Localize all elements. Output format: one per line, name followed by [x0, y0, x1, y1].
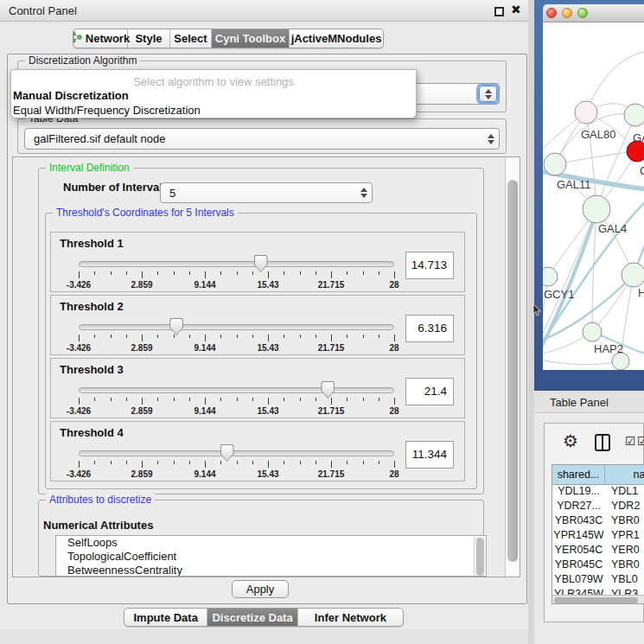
- bottom-strip: [0, 629, 534, 644]
- cell-shared-name: YBL079W: [552, 573, 605, 588]
- zoom-traffic-light-icon[interactable]: [577, 8, 588, 18]
- vertical-scrollbar[interactable]: [505, 157, 520, 577]
- table-row[interactable]: YPR145WYPR1: [552, 529, 644, 544]
- slider-tick-labels: -3.4262.8599.14415.4321.71528: [79, 343, 394, 354]
- table-data-value: galFiltered.sif default node: [34, 132, 165, 145]
- threshold-label: Threshold 4: [60, 426, 124, 439]
- slider-handle-icon[interactable]: [321, 381, 335, 399]
- attribute-item-selfloops[interactable]: SelfLoops: [56, 536, 486, 550]
- network-node-gcy1[interactable]: [543, 267, 558, 286]
- number-of-intervals-combobox[interactable]: 5: [160, 182, 373, 203]
- slider-tick-labels: -3.4262.8599.14415.4321.71528: [79, 280, 394, 290]
- slider-track[interactable]: [79, 387, 394, 393]
- list-scrollbar[interactable]: [474, 537, 485, 577]
- slider-ticks: [79, 335, 394, 342]
- settings-gear-icon[interactable]: ⚙: [563, 431, 578, 450]
- slider-track[interactable]: [79, 261, 394, 267]
- combo-focus-ring[interactable]: [479, 86, 497, 102]
- column-header-na[interactable]: na: [605, 465, 644, 484]
- tab-style[interactable]: Style: [128, 29, 170, 48]
- number-of-intervals-value: 5: [169, 187, 175, 200]
- slider-handle-icon[interactable]: [254, 255, 268, 272]
- column-header-shared-[interactable]: shared...: [552, 465, 605, 484]
- network-node-hap2[interactable]: [583, 322, 602, 341]
- network-node-gal4[interactable]: [583, 195, 610, 223]
- attribute-item-betweennesscentrality[interactable]: BetweennessCentrality: [56, 564, 486, 577]
- network-node-h[interactable]: [622, 263, 644, 287]
- threshold-value-field[interactable]: 14.713: [405, 252, 454, 279]
- tab-network[interactable]: Network: [73, 29, 128, 48]
- close-icon[interactable]: ✖: [511, 3, 521, 16]
- apply-button[interactable]: Apply: [232, 580, 289, 598]
- table-data-combobox[interactable]: galFiltered.sif default node: [24, 128, 500, 150]
- threshold-value-field[interactable]: 21.4: [405, 378, 454, 405]
- horizontal-scrollbar[interactable]: [552, 595, 644, 603]
- attribute-item-topologicalcoefficient[interactable]: TopologicalCoefficient: [56, 550, 486, 564]
- tab-label: Cyni Toolbox: [215, 32, 285, 45]
- tab-impute-data[interactable]: Impute Data: [124, 609, 207, 626]
- scrollbar-thumb[interactable]: [476, 538, 484, 576]
- numerical-attributes-list[interactable]: SelfLoopsTopologicalCoefficientBetweenne…: [55, 535, 487, 577]
- panel-divider: [528, 0, 534, 644]
- node-label: HAP2: [594, 342, 623, 355]
- network-node-gal80[interactable]: [575, 101, 597, 124]
- tab-discretize-data[interactable]: Discretize Data: [207, 609, 297, 626]
- network-icon: [73, 31, 82, 46]
- minimize-traffic-light-icon[interactable]: [562, 8, 572, 18]
- cell-name: YDL1: [605, 485, 644, 500]
- cell-shared-name: YPR145W: [552, 529, 605, 544]
- network-node-gal11[interactable]: [544, 153, 566, 175]
- table-row[interactable]: YBL079WYBL0: [552, 573, 644, 588]
- threshold-slider[interactable]: -3.4262.8599.14415.4321.71528: [79, 257, 394, 291]
- threshold-slider[interactable]: -3.4262.8599.14415.4321.71528: [79, 320, 394, 354]
- threshold-row-threshold-3: Threshold 3-3.4262.8599.14415.4321.71528…: [50, 358, 465, 418]
- algorithm-group-title: Discretization Algorithm: [25, 54, 140, 67]
- network-canvas[interactable]: GAL80GACGAL11GAL4GCY1HHAP2: [543, 22, 644, 370]
- slider-track[interactable]: [79, 450, 394, 456]
- tab-select[interactable]: Select: [170, 29, 212, 48]
- table-panel-inner: ⚙ ☑ ☑ shared...na YDL19...YDL1YDR27...YD…: [544, 423, 644, 622]
- threshold-slider[interactable]: -3.4262.8599.14415.4321.71528: [79, 383, 394, 418]
- column-layout-icon[interactable]: [595, 434, 610, 451]
- table-rows: YDL19...YDL1YDR27...YDR2YBR043CYBR0YPR14…: [552, 485, 644, 596]
- cell-name: YBL0: [605, 573, 644, 588]
- slider-handle-icon[interactable]: [169, 318, 183, 335]
- table-row[interactable]: YBR045CYBR0: [552, 558, 644, 573]
- threshold-label: Threshold 2: [60, 300, 124, 313]
- network-graph: GAL80GACGAL11GAL4GCY1HHAP2: [543, 22, 644, 370]
- cell-shared-name: YBR045C: [552, 558, 605, 573]
- slider-handle-face: [170, 319, 182, 335]
- checkbox-checked-icon[interactable]: ☑: [625, 434, 636, 448]
- table-panel-titlebar: Table Panel: [534, 391, 644, 413]
- network-node-ga[interactable]: [624, 104, 644, 126]
- threshold-value-field[interactable]: 6.316: [405, 315, 454, 342]
- slider-track[interactable]: [79, 324, 394, 330]
- network-node[interactable]: [612, 353, 629, 370]
- threshold-slider[interactable]: -3.4262.8599.14415.4321.71528: [79, 446, 394, 481]
- node-table[interactable]: shared...na YDL19...YDL1YDR27...YDR2YBR0…: [552, 464, 644, 604]
- scrollbar-thumb[interactable]: [507, 180, 518, 562]
- table-row[interactable]: YER054CYER0: [552, 544, 644, 558]
- scrollbar-thumb[interactable]: [554, 597, 638, 603]
- slider-handle-icon[interactable]: [220, 444, 234, 462]
- table-row[interactable]: YDR27...YDR2: [552, 500, 644, 514]
- popup-option-equal-width-frequency-discretization[interactable]: Equal Width/Frequency Discretization: [11, 103, 416, 118]
- spinner-arrows-icon: [360, 188, 367, 198]
- top-tab-bar: NetworkStyleSelectCyni ToolboxjActiveMNo…: [73, 29, 384, 48]
- slider-ticks: [79, 398, 394, 405]
- threshold-row-threshold-2: Threshold 2-3.4262.8599.14415.4321.71528…: [50, 295, 465, 355]
- popup-option-manual-discretization[interactable]: Manual Discretization: [11, 88, 416, 103]
- table-row[interactable]: YDL19...YDL1: [552, 485, 644, 500]
- float-window-icon[interactable]: [494, 7, 504, 16]
- close-traffic-light-icon[interactable]: [546, 8, 557, 18]
- tab-jactivemnodules[interactable]: jActiveMNodules: [290, 29, 383, 48]
- table-row[interactable]: YBR043CYBR0: [552, 514, 644, 529]
- checkbox-checked-icon[interactable]: ☑: [637, 434, 644, 448]
- tab-infer-network[interactable]: Infer Network: [298, 609, 403, 626]
- slider-handle-face: [322, 382, 334, 398]
- threshold-value-field[interactable]: 11.344: [405, 441, 454, 469]
- tab-cyni-toolbox[interactable]: Cyni Toolbox: [212, 29, 290, 48]
- tab-label: jActiveMNodules: [291, 32, 382, 45]
- popup-placeholder: Select algorithm to view settings: [11, 70, 416, 88]
- network-window-titlebar[interactable]: [543, 4, 644, 22]
